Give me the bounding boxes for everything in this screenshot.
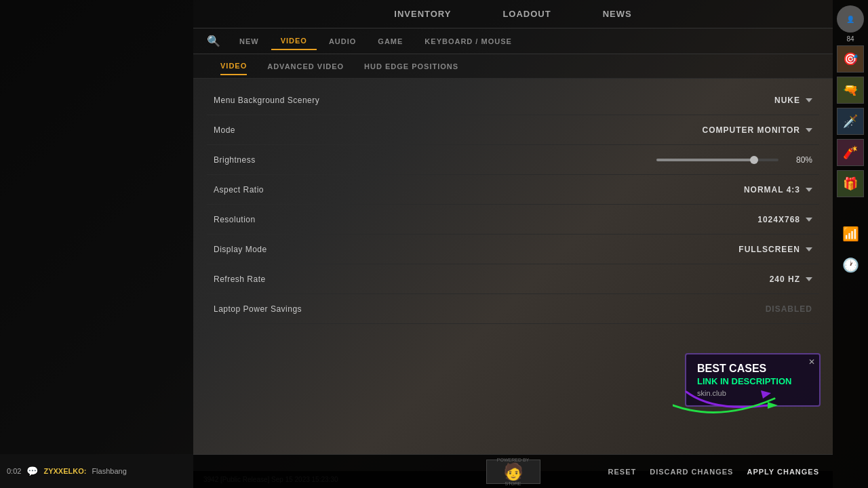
top-nav: INVENTORY LOADOUT NEWS xyxy=(193,0,833,28)
label-brightness: Brightness xyxy=(214,155,256,165)
left-panel xyxy=(0,0,193,454)
value-display-mode[interactable]: FULLSCREEN xyxy=(738,245,812,254)
dropdown-arrow xyxy=(806,128,812,132)
status-bar: 0:02 💬 ZYXXELKO: Flashbang xyxy=(0,454,193,488)
status-time: 0:02 xyxy=(7,467,21,475)
label-aspect-ratio: Aspect Ratio xyxy=(214,185,264,195)
discard-changes-button[interactable]: DISCARD CHANGES xyxy=(650,468,733,476)
tab-video[interactable]: VIDEO xyxy=(271,33,317,50)
sub-tabs: VIDEO ADVANCED VIDEO HUD EDGE POSITIONS xyxy=(193,54,833,79)
dropdown-arrow xyxy=(806,218,812,222)
value-resolution[interactable]: 1024X768 xyxy=(757,215,812,224)
status-icon: 💬 xyxy=(26,466,38,476)
main-content: INVENTORY LOADOUT NEWS 🔍 NEW VIDEO AUDIO… xyxy=(193,0,833,488)
brightness-value: 80% xyxy=(785,155,812,165)
dropdown-arrow xyxy=(806,98,812,102)
value-refresh-rate[interactable]: 240 HZ xyxy=(770,274,812,284)
value-laptop-power: DISABLED xyxy=(766,304,812,314)
subtab-hud[interactable]: HUD EDGE POSITIONS xyxy=(364,58,458,75)
label-display-mode: Display Mode xyxy=(214,245,267,254)
nav-inventory[interactable]: INVENTORY xyxy=(389,6,456,22)
setting-refresh-rate: Refresh Rate 240 HZ xyxy=(207,264,819,294)
brightness-handle[interactable] xyxy=(750,156,758,164)
status-player: ZYXXELKO: xyxy=(43,467,86,475)
setting-resolution: Resolution 1024X768 xyxy=(207,205,819,235)
wifi-icon: 📶 xyxy=(837,220,864,247)
clock-icon: 🕐 xyxy=(837,251,864,279)
label-mode: Mode xyxy=(214,125,235,135)
right-sidebar: 👤 84 🎯 🔫 🗡️ 🧨 🎁 📶 🕐 xyxy=(833,0,868,488)
setting-mode: Mode COMPUTER MONITOR xyxy=(207,115,819,145)
setting-display-mode: Display Mode FULLSCREEN xyxy=(207,235,819,264)
sidebar-thumb-4[interactable]: 🧨 xyxy=(837,139,864,166)
bottom-bar: POWERED BY 🧑 STORE RESET DISCARD CHANGES… xyxy=(193,454,833,488)
settings-tabs: 🔍 NEW VIDEO AUDIO GAME KEYBOARD / MOUSE xyxy=(193,28,833,54)
sidebar-thumb-2[interactable]: 🔫 xyxy=(837,77,864,104)
setting-laptop-power: Laptop Power Savings DISABLED xyxy=(207,294,819,324)
tab-audio[interactable]: AUDIO xyxy=(319,33,366,49)
tab-game[interactable]: GAME xyxy=(368,33,412,49)
brightness-fill xyxy=(656,159,754,161)
label-background-scenery: Menu Background Scenery xyxy=(214,96,319,105)
sidebar-thumb-1[interactable]: 🎯 xyxy=(837,45,864,73)
brightness-control[interactable]: 80% xyxy=(656,155,812,165)
setting-background-scenery: Menu Background Scenery NUKE xyxy=(207,85,819,115)
nav-news[interactable]: NEWS xyxy=(597,6,637,22)
label-resolution: Resolution xyxy=(214,215,256,224)
value-background-scenery[interactable]: NUKE xyxy=(774,96,812,105)
setting-brightness: Brightness 80% xyxy=(207,145,819,175)
sidebar-count: 84 xyxy=(846,35,854,43)
value-mode[interactable]: COMPUTER MONITOR xyxy=(703,125,812,135)
dropdown-arrow xyxy=(806,277,812,281)
subtab-video[interactable]: VIDEO xyxy=(220,58,247,75)
logo-area: POWERED BY 🧑 STORE xyxy=(486,460,540,484)
label-laptop-power: Laptop Power Savings xyxy=(214,304,302,314)
avatar[interactable]: 👤 xyxy=(837,5,864,33)
status-message: Flashbang xyxy=(92,467,126,475)
dropdown-arrow xyxy=(806,188,812,192)
apply-changes-button[interactable]: APPLY CHANGES xyxy=(747,468,819,476)
search-icon[interactable]: 🔍 xyxy=(207,35,220,47)
tab-keyboard-mouse[interactable]: KEYBOARD / MOUSE xyxy=(415,33,521,49)
subtab-advanced-video[interactable]: ADVANCED VIDEO xyxy=(267,58,344,75)
label-refresh-rate: Refresh Rate xyxy=(214,274,266,284)
brightness-track[interactable] xyxy=(656,159,778,161)
reset-button[interactable]: RESET xyxy=(608,468,637,476)
sidebar-thumb-5[interactable]: 🎁 xyxy=(837,170,864,197)
tab-new[interactable]: NEW xyxy=(230,33,269,49)
dropdown-arrow xyxy=(806,247,812,251)
settings-list: Menu Background Scenery NUKE Mode COMPUT… xyxy=(193,79,833,331)
nav-loadout[interactable]: LOADOUT xyxy=(497,6,556,22)
value-aspect-ratio[interactable]: NORMAL 4:3 xyxy=(744,185,812,195)
setting-aspect-ratio: Aspect Ratio NORMAL 4:3 xyxy=(207,175,819,205)
sidebar-thumb-3[interactable]: 🗡️ xyxy=(837,108,864,135)
logo-badge: POWERED BY 🧑 STORE xyxy=(486,460,540,484)
